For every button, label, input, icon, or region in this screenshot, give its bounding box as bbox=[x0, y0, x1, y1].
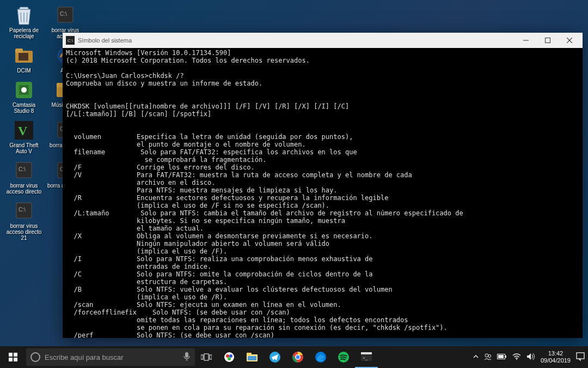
chrome-button[interactable] bbox=[286, 346, 309, 368]
task-view-button[interactable] bbox=[195, 346, 218, 368]
svg-rect-52 bbox=[505, 355, 506, 358]
icon-label: DCIM bbox=[17, 68, 31, 74]
recycle-bin-icon[interactable]: Papelera de reciclaje bbox=[4, 4, 44, 39]
taskbar-app[interactable] bbox=[218, 346, 241, 368]
svg-rect-38 bbox=[247, 353, 252, 355]
window-title: Símbolo del sistema bbox=[78, 37, 132, 44]
bat-file-icon: C:\ bbox=[13, 160, 35, 182]
shortcut-icon[interactable]: C:\ borrar virus acceso directo bbox=[4, 160, 44, 195]
svg-point-34 bbox=[226, 354, 229, 358]
maximize-button[interactable] bbox=[537, 33, 559, 48]
start-button[interactable] bbox=[0, 346, 26, 368]
svg-rect-3 bbox=[15, 49, 23, 53]
tray-chevron-icon[interactable] bbox=[473, 354, 479, 360]
search-box[interactable]: Escribe aquí para buscar bbox=[26, 348, 195, 366]
svg-rect-31 bbox=[204, 354, 209, 360]
svg-rect-30 bbox=[201, 355, 203, 359]
svg-text:C:\: C:\ bbox=[60, 11, 67, 17]
system-tray[interactable]: 13:42 09/04/2019 bbox=[468, 346, 588, 368]
tray-volume-icon[interactable] bbox=[526, 353, 535, 361]
close-button[interactable] bbox=[559, 33, 580, 48]
bat-file-icon: C:\ bbox=[13, 200, 35, 222]
desktop[interactable]: Papelera de reciclaje C:\ borrar virus a… bbox=[0, 0, 588, 368]
icon-label: Camtasia Studio 8 bbox=[5, 102, 43, 114]
svg-rect-29 bbox=[185, 352, 188, 358]
terminal-output[interactable]: Microsoft Windows [Versión 10.0.17134.59… bbox=[63, 48, 583, 338]
date-text: 09/04/2019 bbox=[541, 357, 571, 364]
svg-text:>_: >_ bbox=[363, 355, 368, 360]
svg-point-43 bbox=[296, 355, 300, 359]
spotify-button[interactable] bbox=[332, 346, 355, 368]
svg-point-49 bbox=[485, 354, 488, 357]
folder-dcim-icon[interactable]: DCIM bbox=[4, 45, 44, 74]
svg-text:C:\: C:\ bbox=[19, 166, 26, 172]
svg-rect-26 bbox=[14, 353, 17, 357]
svg-rect-47 bbox=[361, 352, 372, 354]
camtasia-icon[interactable]: Camtasia Studio 8 bbox=[4, 79, 44, 114]
svg-rect-55 bbox=[577, 353, 584, 359]
time-text: 13:42 bbox=[541, 350, 571, 357]
tray-battery-icon[interactable] bbox=[497, 354, 507, 360]
app-icon bbox=[13, 79, 35, 101]
svg-point-54 bbox=[516, 359, 517, 360]
file-explorer-button[interactable] bbox=[241, 346, 264, 368]
cmd-taskbar-button[interactable]: >_ bbox=[355, 346, 378, 368]
taskbar[interactable]: Escribe aquí para buscar >_ 13:42 09/04/… bbox=[0, 346, 588, 368]
svg-point-35 bbox=[229, 354, 232, 358]
taskview-icon bbox=[201, 353, 212, 361]
search-placeholder: Escribe aquí para buscar bbox=[45, 353, 124, 361]
svg-point-36 bbox=[228, 357, 231, 360]
svg-text:V: V bbox=[18, 124, 28, 138]
icon-label: borrar virus acceso directo bbox=[5, 183, 43, 195]
icon-label: Grand Theft Auto V bbox=[5, 142, 43, 154]
svg-rect-53 bbox=[498, 355, 504, 358]
minimize-button[interactable] bbox=[515, 33, 537, 48]
command-prompt-window[interactable]: C:\ Símbolo del sistema Microsoft Window… bbox=[63, 33, 583, 338]
icon-label: borrar virus acceso directo 21 bbox=[5, 223, 43, 241]
notifications-button[interactable] bbox=[576, 352, 585, 362]
svg-rect-39 bbox=[248, 356, 256, 360]
tray-people-icon[interactable] bbox=[484, 353, 492, 361]
bat-file-icon: C:\ bbox=[54, 4, 76, 26]
svg-point-8 bbox=[21, 87, 27, 93]
svg-rect-27 bbox=[9, 358, 13, 361]
svg-rect-22 bbox=[546, 38, 550, 43]
svg-rect-28 bbox=[14, 358, 17, 361]
svg-text:C:\: C:\ bbox=[19, 207, 26, 213]
trash-icon bbox=[13, 4, 35, 26]
tray-wifi-icon[interactable] bbox=[512, 353, 521, 361]
svg-rect-25 bbox=[9, 353, 13, 357]
titlebar[interactable]: C:\ Símbolo del sistema bbox=[63, 33, 583, 48]
game-icon: V bbox=[13, 119, 35, 141]
icon-label: Papelera de reciclaje bbox=[5, 27, 43, 39]
cmd-icon: C:\ bbox=[66, 36, 75, 45]
windows-icon bbox=[9, 353, 17, 361]
cortana-icon bbox=[30, 352, 40, 362]
svg-rect-32 bbox=[210, 355, 212, 359]
shortcut-icon[interactable]: C:\ borrar virus acceso directo 21 bbox=[4, 200, 44, 241]
gtav-icon[interactable]: V Grand Theft Auto V bbox=[4, 119, 44, 154]
svg-rect-4 bbox=[19, 53, 28, 61]
folder-icon bbox=[13, 45, 35, 67]
clock[interactable]: 13:42 09/04/2019 bbox=[541, 350, 571, 364]
telegram-button[interactable] bbox=[264, 346, 286, 368]
mic-icon[interactable] bbox=[183, 352, 191, 363]
edge-button[interactable] bbox=[309, 346, 332, 368]
